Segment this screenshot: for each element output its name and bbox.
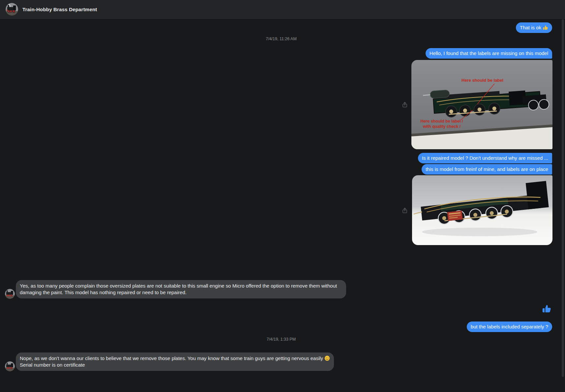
annotation-top: Here should be label [461,78,503,83]
messenger-window: Train-Hobby Brass Department That is ok … [0,0,565,392]
annotation-bottom-line2: with quality check / [423,124,461,129]
conversation-header: Train-Hobby Brass Department [0,0,565,19]
message-bubble-sent: Is it repaired model ? Don't understand … [418,153,552,163]
scrollbar[interactable] [562,19,564,377]
message-bubble-received: Yes, as too many people complain those o… [16,280,346,298]
message-bubble-sent: but the labels included separately ? [467,322,552,332]
sender-avatar[interactable] [5,361,15,371]
red-maker-plate [447,211,462,221]
photo-message-friend-model[interactable] [412,175,552,245]
conversation-avatar[interactable] [6,3,18,15]
thumbs-up-emoji [543,25,548,30]
train-underside-photo: Here should be label Here should be labe… [411,60,552,149]
message-bubble-sent: Hello, I found that the labels are missi… [426,48,552,59]
train-with-labels-photo [412,175,552,245]
message-line-2: Serial number is on certificate [20,362,330,368]
timestamp: 7/4/19, 11:26 AM [0,37,562,41]
slightly-smiling-face-emoji [324,355,330,361]
timestamp: 7/4/19, 1:33 PM [0,337,562,342]
photo-message-missing-labels[interactable]: Here should be label Here should be labe… [411,60,552,149]
annotation-bottom-line1: Here should be label / [420,119,463,124]
sender-avatar[interactable] [5,289,15,299]
message-text: Nope, as we don't wanna our clients to b… [20,355,323,361]
message-bubble-received: Nope, as we don't wanna our clients to b… [16,352,334,371]
share-icon[interactable] [401,101,408,108]
composer-bar: GIF [0,376,565,392]
conversation-title[interactable]: Train-Hobby Brass Department [22,7,97,12]
share-icon[interactable] [401,207,408,214]
thumbs-up-message [542,304,551,314]
message-text: That is ok [520,25,541,30]
train-avatar-icon [5,289,15,299]
train-avatar-icon [5,361,15,371]
message-bubble-sent: this is model from freinf of mine, and l… [422,164,552,175]
train-avatar-icon [6,3,18,15]
message-line-1: Nope, as we don't wanna our clients to b… [20,355,330,362]
message-bubble-sent: That is ok [516,22,552,33]
